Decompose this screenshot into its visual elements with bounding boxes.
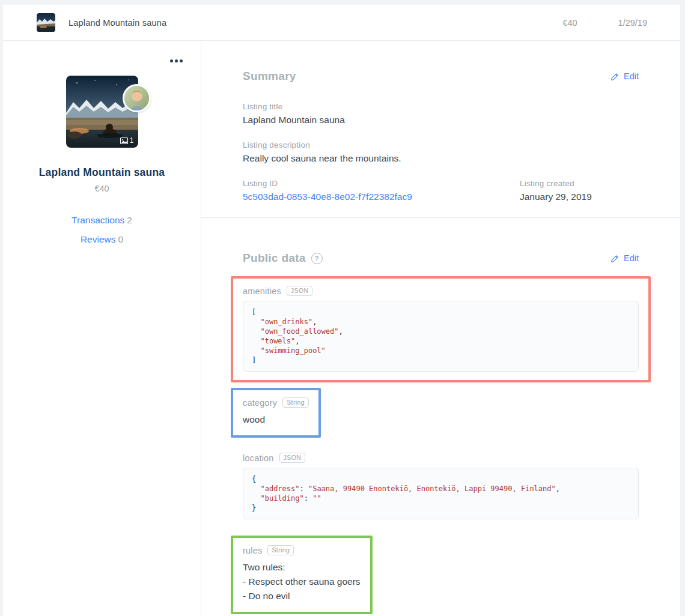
public-data-fields: amenitiesJSON[ "own_drinks", "own_food_a… [243,276,639,614]
field-name-label: location [243,453,274,463]
topbar-date: 1/29/19 [618,18,647,28]
more-options-button[interactable] [166,52,186,68]
listing-image: 1 [66,76,138,148]
listing-created-value: January 29, 2019 [520,192,592,202]
listing-id-field: Listing ID 5c503dad-0853-40e8-8e02-f7f22… [243,179,520,202]
listing-detail-main: Summary Edit Listing title Lapland Mount… [201,41,680,616]
field-type-badge: JSON [279,453,306,463]
field-value: wood [243,412,309,427]
console-page: Lapland Mountain sauna €40 1/29/19 [3,5,680,616]
transactions-link[interactable]: Transactions [72,215,124,225]
provider-avatar-photo [124,86,149,110]
listing-description-field: Listing description Really cool sauna ne… [243,140,639,164]
pencil-icon [610,254,620,263]
ellipsis-icon [169,55,184,64]
field-name-label: category [243,398,277,408]
field-name-label: rules [243,546,262,555]
help-icon[interactable]: ? [311,253,323,264]
listing-description-label: Listing description [243,140,639,149]
field-code-block: { "address": "Saana, 99490 Enontekiö, En… [243,468,639,519]
image-count: 1 [130,136,134,145]
field-code-block: [ "own_drinks", "own_food_allowed", "tow… [243,301,639,372]
listing-title-value: Lapland Mountain sauna [243,115,639,125]
topbar-left: Lapland Mountain sauna [37,13,166,32]
topbar-listing-title: Lapland Mountain sauna [68,18,166,28]
topbar-right: €40 1/29/19 [562,18,647,28]
reviews-count: 0 [118,234,123,244]
image-count-badge: 1 [120,136,134,145]
public-data-field-amenities: amenitiesJSON[ "own_drinks", "own_food_a… [231,276,651,382]
public-data-edit-button[interactable]: Edit [610,253,639,263]
listing-created-field: Listing created January 29, 2019 [520,179,592,202]
field-type-badge: JSON [287,286,313,296]
field-name-label: amenities [243,286,281,296]
reviews-row: Reviews0 [3,234,201,245]
public-data-field-rules: rulesStringTwo rules:- Respect other sau… [231,536,373,614]
listing-id-label: Listing ID [243,179,520,188]
listing-sidebar: 1 Lapland Mountain sauna €40 Transaction… [3,41,201,616]
public-data-field-location: locationJSON{ "address": "Saana, 99490 E… [231,443,651,530]
field-type-badge: String [282,397,309,408]
public-data-heading: Public data ? [243,252,323,265]
public-data-field-category: categoryStringwood [231,388,321,438]
listing-title-field: Listing title Lapland Mountain sauna [243,102,639,125]
photo-icon [120,137,128,144]
pencil-icon [610,72,620,81]
summary-heading: Summary [243,70,296,83]
topbar-price: €40 [562,18,577,28]
reviews-link[interactable]: Reviews [81,234,116,244]
listing-description-value: Really cool sauna near the mountains. [243,153,639,164]
listing-thumbnail[interactable] [37,13,55,32]
provider-avatar[interactable] [123,84,151,112]
listing-title-label: Listing title [243,102,639,111]
field-type-badge: String [267,545,294,555]
listing-created-label: Listing created [520,179,592,188]
sidebar-listing-title: Lapland Mountain sauna [3,166,201,179]
summary-section: Summary Edit Listing title Lapland Mount… [201,41,680,218]
summary-edit-button[interactable]: Edit [610,71,639,81]
id-created-row: Listing ID 5c503dad-0853-40e8-8e02-f7f22… [243,179,639,217]
sidebar-listing-price: €40 [3,184,201,193]
transactions-row: Transactions2 [3,215,201,226]
topbar: Lapland Mountain sauna €40 1/29/19 [3,5,680,41]
listing-thumbnail-image [37,13,55,32]
public-data-section: Public data ? Edit amenitiesJSON[ "own_d… [201,218,680,616]
listing-id-value[interactable]: 5c503dad-0853-40e8-8e02-f7f22382fac9 [243,192,520,202]
sidebar-links: Transactions2 Reviews0 [3,215,201,245]
transactions-count: 2 [127,215,132,225]
content-area: 1 Lapland Mountain sauna €40 Transaction… [3,41,680,616]
field-value: Two rules:- Respect other sauna goers- D… [243,560,361,603]
